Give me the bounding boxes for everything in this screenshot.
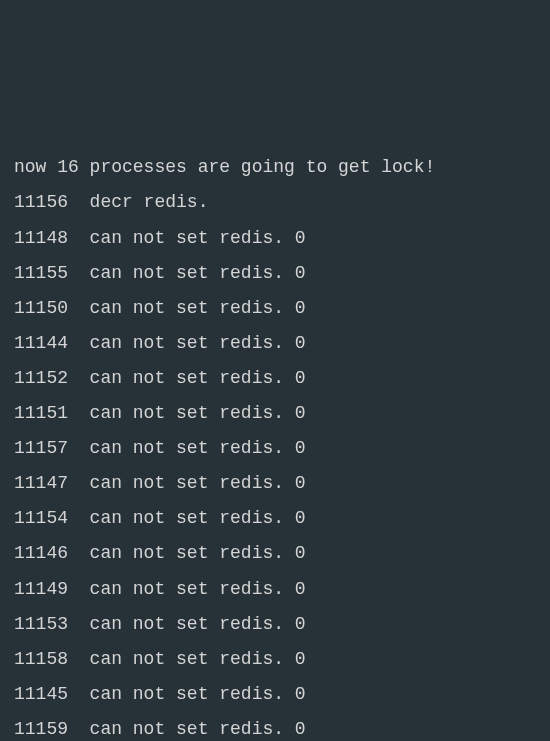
- terminal-output-line: 11153 can not set redis. 0: [14, 607, 536, 642]
- terminal-output-line: 11158 can not set redis. 0: [14, 642, 536, 677]
- terminal-output-line: 11157 can not set redis. 0: [14, 431, 536, 466]
- terminal-output-line: 11145 can not set redis. 0: [14, 677, 536, 712]
- terminal-output-line: now 16 processes are going to get lock!: [14, 150, 536, 185]
- terminal-output-line: 11144 can not set redis. 0: [14, 326, 536, 361]
- terminal-output-line: 11148 can not set redis. 0: [14, 221, 536, 256]
- terminal-output-line: 11147 can not set redis. 0: [14, 466, 536, 501]
- terminal-output-line: 11155 can not set redis. 0: [14, 256, 536, 291]
- terminal-output-line: 11149 can not set redis. 0: [14, 572, 536, 607]
- terminal-output-line: 11151 can not set redis. 0: [14, 396, 536, 431]
- terminal-output-line: 11150 can not set redis. 0: [14, 291, 536, 326]
- terminal-output-line: 11146 can not set redis. 0: [14, 536, 536, 571]
- terminal-output-line: 11159 can not set redis. 0: [14, 712, 536, 741]
- terminal-output-line: 11156 decr redis.: [14, 185, 536, 220]
- terminal-output-line: 11152 can not set redis. 0: [14, 361, 536, 396]
- terminal-output-line: 11154 can not set redis. 0: [14, 501, 536, 536]
